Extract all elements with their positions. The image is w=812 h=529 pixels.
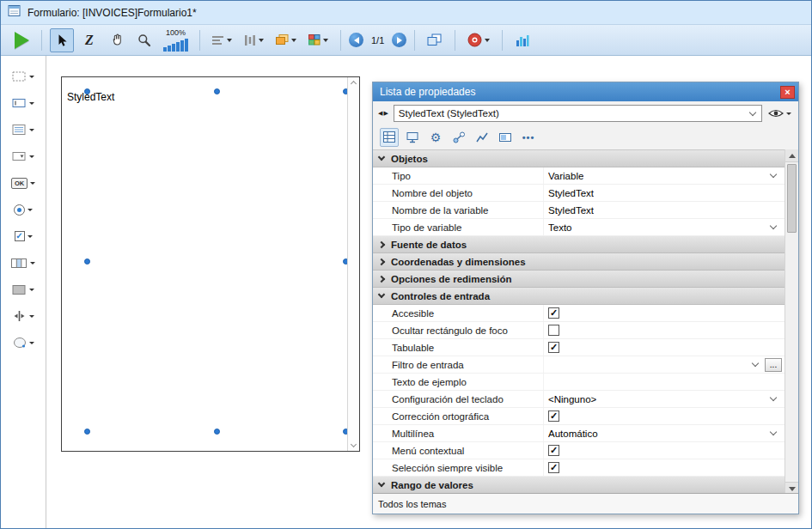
property-value-cell[interactable]: ✓ <box>543 408 785 424</box>
tab-settings[interactable]: ⚙ <box>426 128 445 147</box>
accesible-checkbox[interactable]: ✓ <box>548 307 559 319</box>
dropdown-chevron-icon[interactable] <box>770 222 777 229</box>
fields-chart-button[interactable] <box>510 28 534 52</box>
property-value-cell[interactable]: ✓ <box>543 339 785 356</box>
duplicate-dropdown-button[interactable] <box>272 32 301 48</box>
tool-splitter[interactable] <box>1 306 46 326</box>
tab-more[interactable]: ••• <box>519 128 538 147</box>
tool-dropdown-caret-icon[interactable] <box>27 235 33 238</box>
property-scrollbar[interactable] <box>785 149 798 495</box>
ocultar-rectangulo-de-foco-checkbox[interactable] <box>548 325 559 336</box>
scrollbar-thumb[interactable] <box>787 164 797 233</box>
property-value-cell[interactable]: ... <box>543 356 785 373</box>
selection-handle[interactable] <box>84 258 90 264</box>
section-header-coordenadas-y-dimensiones[interactable]: Coordenadas y dimensiones <box>373 253 785 271</box>
selection-handle[interactable] <box>84 429 90 435</box>
property-value-cell[interactable]: <Ninguno> <box>543 391 785 407</box>
property-value[interactable]: StyledText <box>548 205 594 216</box>
property-value-cell[interactable]: Variable <box>543 167 785 184</box>
ellipsis-button[interactable]: ... <box>765 358 782 372</box>
themes-footer-label[interactable]: Todos los temas <box>378 499 446 509</box>
tool-dropdown-caret-icon[interactable] <box>29 342 34 344</box>
property-value-cell[interactable] <box>543 374 785 390</box>
property-value-cell[interactable] <box>543 322 785 338</box>
color-grid-dropdown-button[interactable] <box>304 32 333 48</box>
tool-dropdown-caret-icon[interactable] <box>30 182 35 185</box>
tool-dropdown-caret-icon[interactable] <box>29 289 34 291</box>
section-header-rango-de-valores[interactable]: Rango de valores <box>373 477 785 494</box>
property-value[interactable]: Variable <box>548 171 583 181</box>
property-value[interactable]: StyledText <box>548 188 594 198</box>
dropdown-chevron-icon[interactable] <box>770 429 777 435</box>
tab-display[interactable] <box>496 128 515 147</box>
property-value-cell[interactable]: ✓ <box>543 305 785 321</box>
dropdown-chevron-icon[interactable] <box>770 171 777 178</box>
section-header-objetos[interactable]: Objetos <box>373 150 785 167</box>
scrollbar-up-button[interactable] <box>785 149 798 162</box>
section-header-controles-de-entrada[interactable]: Controles de entrada <box>373 288 785 305</box>
tool-button[interactable]: OK <box>1 173 46 193</box>
selection-tool-button[interactable] <box>50 28 74 52</box>
menu-contextual-checkbox[interactable]: ✓ <box>548 445 559 456</box>
seleccion-siempre-visible-checkbox[interactable]: ✓ <box>548 462 559 473</box>
property-value-cell[interactable]: Texto <box>543 219 785 235</box>
tool-checkbox[interactable]: ✓ <box>1 226 46 246</box>
zoom-level-control[interactable]: 100% <box>163 28 188 52</box>
dropdown-chevron-icon[interactable] <box>752 360 759 367</box>
property-value-cell[interactable]: StyledText <box>543 185 785 201</box>
tool-dropdown-caret-icon[interactable] <box>29 129 34 131</box>
tool-rectangle[interactable] <box>1 279 46 300</box>
tool-input-field[interactable] <box>1 93 46 113</box>
tabulable-checkbox[interactable]: ✓ <box>548 342 559 353</box>
tool-dropdown-caret-icon[interactable] <box>29 315 34 318</box>
property-value-cell[interactable]: ✓ <box>543 459 785 476</box>
tab-events[interactable] <box>449 128 468 147</box>
pages-button[interactable] <box>423 28 447 52</box>
tab-property-list[interactable] <box>380 128 399 147</box>
entry-order-tool-button[interactable]: Z <box>77 28 101 52</box>
property-value-cell[interactable]: StyledText <box>543 202 785 218</box>
selection-handle[interactable] <box>214 429 220 435</box>
close-panel-button[interactable]: × <box>780 86 795 99</box>
section-header-fuente-de-datos[interactable]: Fuente de datos <box>373 236 785 253</box>
property-value[interactable]: Automático <box>548 429 598 439</box>
tool-list-box[interactable] <box>1 119 46 140</box>
previous-page-button[interactable] <box>349 33 363 47</box>
stop-actions-dropdown-button[interactable] <box>463 30 494 50</box>
property-value[interactable]: <Ninguno> <box>548 394 596 404</box>
tab-screen[interactable] <box>403 128 422 147</box>
selector-prev-next-icons[interactable]: ◀▶ <box>378 110 389 117</box>
tool-dropdown-caret-icon[interactable] <box>30 262 35 264</box>
form-object-scrollbar[interactable] <box>347 77 359 451</box>
next-page-button[interactable] <box>392 33 406 47</box>
selection-handle[interactable] <box>84 88 90 94</box>
zoom-tool-button[interactable] <box>132 28 156 52</box>
tool-oval[interactable] <box>1 332 46 353</box>
distribution-dropdown-button[interactable] <box>240 33 268 48</box>
run-form-button[interactable] <box>9 28 34 52</box>
property-value[interactable]: Texto <box>548 222 572 233</box>
tool-button-grid[interactable] <box>1 252 46 273</box>
tool-radio-button[interactable] <box>1 199 46 220</box>
tool-dropdown-caret-icon[interactable] <box>29 76 34 78</box>
selection-rectangle[interactable] <box>87 91 345 431</box>
form-page[interactable]: StyledText <box>61 76 360 452</box>
tool-dropdown-caret-icon[interactable] <box>27 209 33 211</box>
move-tool-button[interactable] <box>105 28 129 52</box>
dropdown-chevron-icon[interactable] <box>770 394 777 401</box>
selection-handle[interactable] <box>214 88 220 94</box>
tool-dropdown-caret-icon[interactable] <box>29 155 34 158</box>
visibility-dropdown-button[interactable] <box>766 108 793 119</box>
scroll-up-icon[interactable] <box>351 81 357 87</box>
correccion-ortografica-checkbox[interactable]: ✓ <box>548 410 559 422</box>
tool-static-text[interactable] <box>1 66 46 87</box>
tool-combo-box[interactable] <box>1 146 46 167</box>
object-selector-dropdown[interactable]: StyledText (StyledText) <box>394 105 762 122</box>
tab-chart[interactable] <box>473 128 491 147</box>
scroll-down-icon[interactable] <box>351 441 357 447</box>
zoom-bars-icon[interactable] <box>163 38 188 52</box>
tool-dropdown-caret-icon[interactable] <box>29 102 34 105</box>
property-value-cell[interactable]: ✓ <box>543 442 785 459</box>
section-header-opciones-de-redimension[interactable]: Opciones de redimensión <box>373 271 785 288</box>
property-value-cell[interactable]: Automático <box>543 425 785 441</box>
